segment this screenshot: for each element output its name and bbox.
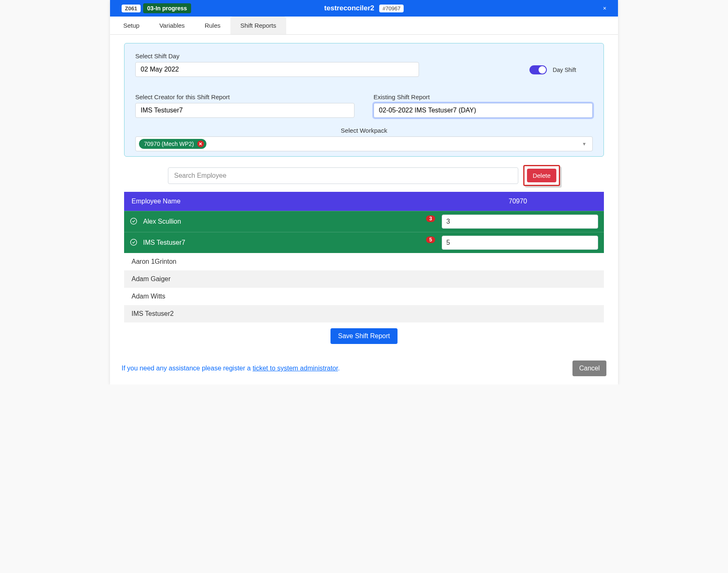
employee-table: Employee Name 70970 Alex Scullion 3 IMS … [124,192,604,322]
table-row[interactable]: Adam Witts [124,288,604,305]
titlebar: Z061 03-In progress testreconciler2 #709… [110,0,618,17]
save-button[interactable]: Save Shift Report [330,328,397,344]
chip-remove-icon[interactable]: ✕ [197,141,204,147]
zone-pill: Z061 [122,5,141,12]
ticket-id: #70967 [379,5,404,12]
delete-button[interactable]: Delete [527,169,556,182]
svg-point-0 [131,218,137,224]
check-icon [130,239,140,247]
tab-bar: Setup Variables Rules Shift Reports [110,17,618,35]
tab-variables[interactable]: Variables [149,17,194,34]
workpack-label: Select Workpack [135,127,593,134]
tab-setup[interactable]: Setup [113,17,149,34]
tab-shift-reports[interactable]: Shift Reports [230,17,286,34]
value-input[interactable] [442,215,598,229]
table-row[interactable]: Alex Scullion 3 [124,211,604,232]
shift-day-input[interactable] [135,62,419,77]
workpack-chip-label: 70970 (Mech WP2) [144,141,194,147]
table-row[interactable]: IMS Testuser7 5 [124,232,604,253]
table-row[interactable]: Aaron 1Grinton [124,253,604,270]
existing-report-label: Existing Shift Report [374,93,593,100]
check-icon [130,217,140,226]
workpack-chip[interactable]: 70970 (Mech WP2) ✕ [139,139,206,149]
existing-report-input[interactable] [374,103,593,118]
creator-label: Select Creator for this Shift Report [135,93,354,100]
creator-input[interactable] [135,103,354,118]
employee-name: IMS Testuser7 [140,239,426,246]
delete-highlight-box: Delete [523,165,560,186]
table-row[interactable]: IMS Testuser2 [124,305,604,322]
value-input[interactable] [442,236,598,250]
app-title: testreconciler2 [324,4,374,12]
workpack-select[interactable]: 70970 (Mech WP2) ✕ ▼ [135,136,593,151]
close-icon[interactable]: × [603,5,606,12]
help-text: If you need any assistance please regist… [122,365,340,372]
table-row[interactable]: Adam Gaiger [124,270,604,288]
day-shift-label: Day Shift [553,67,576,73]
shift-day-label: Select Shift Day [135,53,419,60]
col-workpack-num: 70970 [439,198,596,205]
tab-rules[interactable]: Rules [195,17,230,34]
cancel-button[interactable]: Cancel [572,361,606,376]
help-link[interactable]: ticket to system administrator [253,365,338,372]
employee-name: Alex Scullion [140,218,426,225]
count-badge: 5 [426,236,435,243]
chevron-down-icon: ▼ [582,141,587,146]
svg-point-1 [131,239,137,245]
status-pill: 03-In progress [143,3,191,13]
search-input[interactable]: Search Employee [168,167,518,184]
count-badge: 3 [426,215,435,222]
day-shift-toggle[interactable] [529,65,547,74]
col-employee-name: Employee Name [132,198,439,205]
config-panel: Select Shift Day Day Shift Select Creato… [124,43,604,157]
